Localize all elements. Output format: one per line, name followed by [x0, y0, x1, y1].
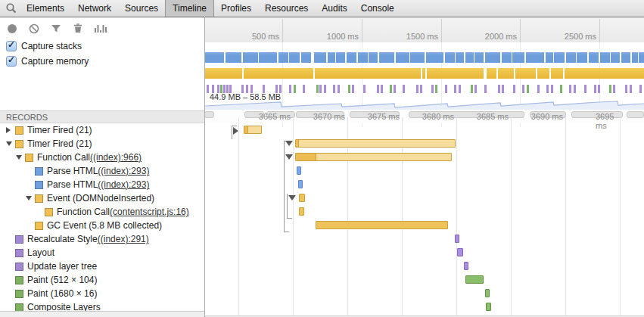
- event-bar[interactable]: [299, 207, 304, 216]
- tab-resources[interactable]: Resources: [258, 0, 315, 17]
- capture-stacks-row[interactable]: Capture stacks: [6, 41, 82, 51]
- event-bar[interactable]: [486, 303, 491, 311]
- record-icon[interactable]: [6, 22, 18, 34]
- record-row[interactable]: Timer Fired (21): [0, 123, 204, 137]
- filter-icon[interactable]: [50, 22, 62, 34]
- loading-strip-gap: [544, 52, 546, 63]
- loading-strip-gap: [630, 52, 632, 63]
- timeline-sidebar: Capture stacks Capture memory RECORDS Ti…: [0, 17, 204, 317]
- record-row[interactable]: Parse HTML ((index):293): [0, 164, 204, 178]
- record-row[interactable]: Parse HTML ((index):293): [0, 178, 204, 191]
- event-bar[interactable]: [295, 139, 456, 148]
- tab-profiles[interactable]: Profiles: [214, 0, 258, 17]
- record-label: Parse HTML: [47, 179, 98, 190]
- event-bar[interactable]: [295, 153, 452, 161]
- graph-expand-arrow-icon[interactable]: [233, 127, 238, 135]
- event-self-time: [244, 126, 248, 133]
- loading-strip-gap: [326, 52, 328, 63]
- overview-gridline: [520, 19, 521, 42]
- rendering-mark: [474, 85, 477, 93]
- scripting-strip-gap: [484, 68, 487, 79]
- tab-sources[interactable]: Sources: [118, 0, 165, 17]
- capture-stacks-checkbox[interactable]: [6, 41, 17, 51]
- record-row[interactable]: Paint (512 × 104): [0, 273, 204, 287]
- record-label: Timer Fired (21): [27, 138, 92, 149]
- main-time-label: 3685 ms: [477, 112, 511, 121]
- event-bar[interactable]: [299, 194, 305, 202]
- graph-collapse-arrow-icon[interactable]: [288, 195, 296, 200]
- overview-gridline: [282, 19, 283, 42]
- event-bar[interactable]: [298, 180, 303, 188]
- tab-timeline[interactable]: Timeline: [165, 0, 214, 17]
- overview-time-label: 2000 ms: [485, 32, 520, 41]
- record-source-link[interactable]: (contentscript.js:16): [110, 207, 189, 217]
- event-bar[interactable]: [455, 235, 459, 243]
- bracket-tick: [288, 218, 292, 219]
- main-time-ruler[interactable]: 3665 ms3670 ms3675 ms3680 ms3685 ms3690 …: [205, 110, 644, 123]
- collapse-arrow-icon[interactable]: [16, 155, 22, 160]
- event-bar[interactable]: [465, 275, 484, 284]
- memory-graph: [205, 95, 644, 110]
- tab-audits[interactable]: Audits: [315, 0, 353, 17]
- record-source-link[interactable]: ((index):293): [98, 179, 149, 190]
- tab-elements[interactable]: Elements: [20, 0, 71, 17]
- rendering-mark: [630, 85, 632, 93]
- loading-strip-gap: [443, 52, 445, 63]
- record-row[interactable]: Event (DOMNodeInserted): [0, 191, 204, 205]
- expand-arrow-icon[interactable]: [6, 127, 11, 133]
- record-row[interactable]: GC Event (5.8 MB collected): [0, 219, 204, 232]
- tab-console[interactable]: Console: [354, 0, 401, 17]
- record-row[interactable]: Update layer tree: [0, 260, 204, 273]
- overview-time-label: 500 ms: [252, 32, 282, 41]
- overview-gridline: [599, 19, 600, 42]
- overview-scripting-strip[interactable]: [205, 68, 644, 79]
- event-bar[interactable]: [485, 289, 490, 297]
- record-label: Parse HTML: [47, 166, 98, 176]
- rendering-mark: [319, 85, 322, 93]
- search-icon[interactable]: [3, 0, 20, 17]
- loading-strip-gap: [599, 52, 600, 63]
- record-row[interactable]: Paint (1680 × 16): [0, 287, 204, 300]
- clear-icon[interactable]: [28, 22, 40, 34]
- loading-strip-gap: [425, 52, 426, 63]
- timeline-panel: 500 ms1000 ms1500 ms2000 ms2500 ms 44.9 …: [205, 17, 644, 317]
- scripting-strip-gap: [425, 68, 427, 79]
- overview-ruler[interactable]: 500 ms1000 ms1500 ms2000 ms2500 ms: [205, 17, 644, 42]
- graph-collapse-arrow-icon[interactable]: [285, 141, 293, 146]
- record-row[interactable]: Function Call (contentscript.js:16): [0, 205, 204, 219]
- collapse-arrow-icon[interactable]: [6, 141, 12, 146]
- trash-icon[interactable]: [72, 22, 84, 34]
- record-row[interactable]: Timer Fired (21): [0, 137, 204, 151]
- record-row[interactable]: Function Call ((index):966): [0, 151, 204, 164]
- rendering-mark: [207, 85, 209, 93]
- event-bar[interactable]: [464, 262, 468, 270]
- panel-divider[interactable]: [204, 17, 205, 317]
- rendering-mark: [513, 85, 515, 93]
- record-source-link[interactable]: ((index):966): [90, 152, 142, 163]
- tab-network[interactable]: Network: [71, 0, 118, 17]
- painting-mark: [560, 85, 562, 93]
- capture-memory-row[interactable]: Capture memory: [6, 56, 89, 67]
- record-label: Paint (1680 × 16): [27, 288, 97, 299]
- record-source-link[interactable]: ((index):293): [98, 166, 149, 176]
- record-row[interactable]: Recalculate Style ((index):291): [0, 232, 204, 246]
- event-bar[interactable]: [316, 221, 448, 229]
- histogram-icon[interactable]: [94, 22, 106, 34]
- rendering-mark: [625, 85, 627, 93]
- record-source-link[interactable]: ((index):291): [98, 234, 149, 244]
- purple-category-swatch-icon: [15, 235, 23, 244]
- event-bar[interactable]: [297, 166, 301, 175]
- record-row[interactable]: Layout: [0, 246, 204, 260]
- capture-memory-checkbox[interactable]: [6, 56, 17, 67]
- loading-strip-gap: [241, 52, 243, 63]
- loading-strip-gap: [224, 52, 226, 63]
- green-category-swatch-icon: [15, 276, 23, 284]
- graph-collapse-arrow-icon[interactable]: [285, 154, 293, 160]
- green-category-swatch-icon: [15, 303, 23, 312]
- event-bar[interactable]: [457, 248, 463, 256]
- event-self-time: [296, 154, 316, 160]
- overview-loading-strip[interactable]: [205, 52, 644, 63]
- collapse-arrow-icon[interactable]: [26, 196, 32, 200]
- event-bar[interactable]: [244, 126, 262, 134]
- children-bracket: [287, 194, 288, 219]
